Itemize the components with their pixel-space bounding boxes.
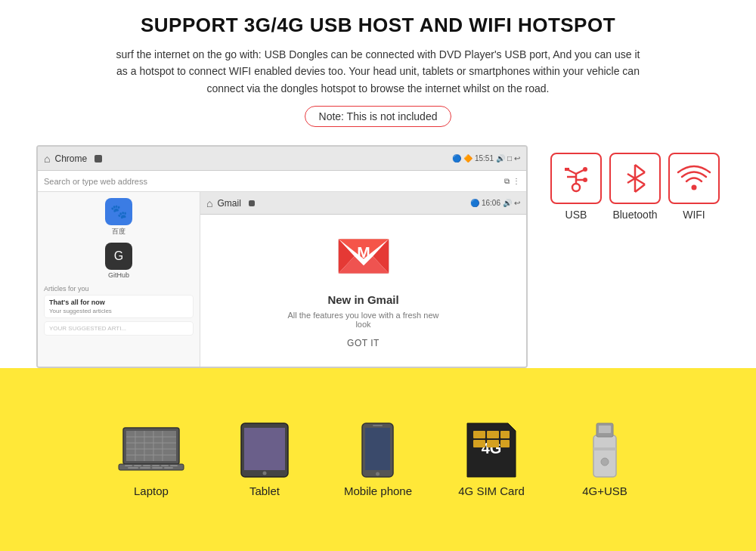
chrome-left-panel: 🐾 百度 G GitHub Articles for you That's al… xyxy=(38,192,200,368)
svg-rect-46 xyxy=(365,428,390,470)
svg-rect-53 xyxy=(500,431,510,438)
svg-point-61 xyxy=(601,458,609,466)
tab-icon: ⧉ xyxy=(504,177,510,186)
gmail-stop-icon xyxy=(249,200,255,206)
svg-rect-38 xyxy=(128,467,138,469)
svg-point-14 xyxy=(583,167,587,172)
baidu-app-icon[interactable]: 🐾 百度 xyxy=(44,198,194,237)
baidu-icon: 🐾 xyxy=(105,198,132,225)
usb-stick-item: 4G+USB xyxy=(571,422,639,497)
chrome-bar: ⌂ Chrome 🔵 🔶 15:51 🔊 □ ↩ xyxy=(38,147,526,171)
page-title: SUPPORT 3G/4G USB HOST AND WIFI HOTSPOT xyxy=(141,14,615,37)
wifi-item: WIFI xyxy=(668,153,720,221)
mobile-icon-wrap xyxy=(344,422,412,478)
laptop-icon-wrap xyxy=(117,422,185,478)
svg-rect-59 xyxy=(599,426,611,433)
svg-line-16 xyxy=(635,165,645,172)
sim-icon-wrap: 4G xyxy=(457,422,525,478)
address-bar-icons: ⧉ ⋮ xyxy=(504,177,520,186)
svg-rect-41 xyxy=(164,467,173,469)
svg-line-18 xyxy=(635,184,645,192)
svg-rect-40 xyxy=(152,467,163,469)
svg-line-17 xyxy=(627,172,645,183)
tablet-label: Tablet xyxy=(249,484,280,497)
svg-rect-39 xyxy=(140,467,150,469)
got-it-button[interactable]: GOT IT xyxy=(347,338,380,348)
svg-rect-55 xyxy=(487,440,499,447)
github-label: GitHub xyxy=(108,271,129,279)
sim-card-label: 4G SIM Card xyxy=(458,484,525,497)
more-icon: ⋮ xyxy=(513,177,520,186)
gmail-status-bar: 🔵 16:06 🔊 ↩ xyxy=(470,199,520,207)
news-body: Your suggested articles xyxy=(49,308,188,314)
svg-rect-37 xyxy=(170,465,178,466)
github-app-icon[interactable]: G GitHub xyxy=(44,243,194,279)
svg-rect-22 xyxy=(126,431,176,461)
laptop-item: Laptop xyxy=(117,422,185,497)
wifi-status-icon: 🔶 xyxy=(463,154,472,163)
svg-point-47 xyxy=(376,472,380,476)
svg-rect-33 xyxy=(134,465,141,466)
bluetooth-status-icon: 🔵 xyxy=(452,154,461,163)
bluetooth-label: Bluetooth xyxy=(612,209,657,221)
usb-item: USB xyxy=(550,153,602,221)
svg-rect-32 xyxy=(125,465,132,466)
svg-line-19 xyxy=(627,174,645,184)
svg-rect-51 xyxy=(473,431,485,438)
bluetooth-icon-box xyxy=(609,153,661,204)
screenshot-mock: ⌂ Chrome 🔵 🔶 15:51 🔊 □ ↩ Search or type … xyxy=(36,145,528,368)
tablet-item: Tablet xyxy=(231,422,299,497)
gmail-title: Gmail xyxy=(217,198,240,209)
baidu-label: 百度 xyxy=(112,227,125,237)
bottom-section: Laptop Tablet M xyxy=(0,368,756,551)
svg-point-44 xyxy=(262,472,266,475)
usb-stick-label: 4G+USB xyxy=(582,484,627,497)
sim-card-item: 4G 4G SIM Card xyxy=(457,422,525,497)
svg-rect-35 xyxy=(152,465,160,466)
usb-stick-icon-wrap xyxy=(571,422,639,478)
mobile-phone-label: Mobile phone xyxy=(344,484,412,497)
chrome-title: Chrome xyxy=(54,153,87,164)
address-input[interactable]: Search or type web address xyxy=(44,177,500,186)
gmail-subtext: All the features you love with a fresh n… xyxy=(288,311,439,329)
tablet-icon xyxy=(238,422,291,478)
sim-card-icon: 4G xyxy=(466,422,517,478)
svg-rect-56 xyxy=(500,440,510,447)
chrome-status-bar: 🔵 🔶 15:51 🔊 □ ↩ xyxy=(452,154,520,163)
gmail-heading: New in Gmail xyxy=(327,293,398,306)
note-box: Note: This is not included xyxy=(305,106,452,127)
wifi-icon xyxy=(677,162,711,195)
description-text: surf the internet on the go with: USB Do… xyxy=(113,46,643,97)
svg-rect-12 xyxy=(565,168,569,171)
svg-rect-43 xyxy=(244,428,285,470)
gmail-home-icon: ⌂ xyxy=(206,197,212,209)
usb-icon-box xyxy=(550,153,602,204)
svg-point-6 xyxy=(572,184,580,191)
svg-point-20 xyxy=(692,185,697,190)
gmail-vol-icon: 🔊 xyxy=(503,199,512,207)
laptop-label: Laptop xyxy=(134,484,169,497)
svg-rect-57 xyxy=(593,435,616,477)
github-icon: G xyxy=(105,243,132,270)
bluetooth-item: Bluetooth xyxy=(609,153,661,221)
gmail-back-icon: ↩ xyxy=(514,199,520,207)
screen-icon: □ xyxy=(507,154,512,163)
home-icon: ⌂ xyxy=(44,153,50,165)
middle-section: ⌂ Chrome 🔵 🔶 15:51 🔊 □ ↩ Search or type … xyxy=(0,145,756,368)
svg-rect-52 xyxy=(487,431,499,438)
usb-icon xyxy=(559,162,593,195)
browser-content-area: 🐾 百度 G GitHub Articles for you That's al… xyxy=(38,192,526,368)
bluetooth-icon xyxy=(620,162,650,195)
gmail-bar: ⌂ Gmail 🔵 16:06 🔊 ↩ xyxy=(200,192,526,215)
svg-rect-54 xyxy=(473,440,485,447)
usb-label: USB xyxy=(565,209,587,221)
news-card-2: YOUR SUGGESTED ARTI... xyxy=(44,321,194,336)
usb-stick-icon xyxy=(590,420,619,481)
wifi-icon-box xyxy=(668,153,720,204)
news-body-2: YOUR SUGGESTED ARTI... xyxy=(49,325,188,332)
svg-rect-34 xyxy=(143,465,150,466)
gmail-bt-icon: 🔵 xyxy=(470,199,479,207)
gmail-time: 16:06 xyxy=(482,199,500,207)
address-bar[interactable]: Search or type web address ⧉ ⋮ xyxy=(38,171,526,192)
wifi-label: WIFI xyxy=(683,209,705,221)
